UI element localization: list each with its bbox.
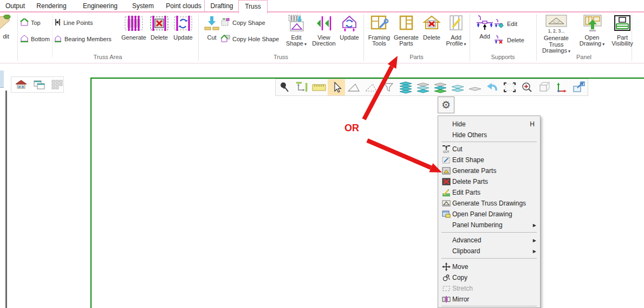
generate-parts-ribbon-label: Generate Parts	[392, 35, 421, 47]
part-visibility-button[interactable]: Part Visibility	[608, 15, 636, 47]
truss-update-label: Update	[340, 35, 359, 41]
framing-tools-button[interactable]: Framing Tools	[366, 15, 393, 47]
generate-parts-icon	[440, 166, 452, 175]
filter-icon[interactable]	[380, 79, 397, 95]
menu-item-move[interactable]: Move	[438, 261, 540, 272]
update-truss-icon	[341, 15, 358, 34]
truss-area-bottom-label: Bottom	[31, 36, 50, 42]
menu-item-cut[interactable]: CUT Cut	[438, 144, 540, 155]
side-panel-chip	[0, 70, 4, 88]
menu-item-clipboard[interactable]: Clipboard ▶	[438, 246, 540, 256]
truss-area-update-button[interactable]: Update	[171, 15, 195, 41]
or-annotation: OR	[344, 123, 359, 134]
zoom-window-icon[interactable]	[501, 79, 518, 95]
grid-view-icon[interactable]	[50, 76, 63, 93]
layer-single-icon[interactable]	[466, 79, 484, 95]
house-bottom-icon	[20, 35, 29, 43]
menu-item-generate-truss-drawings[interactable]: Generate Truss Drawings	[438, 198, 540, 209]
menu-item-mirror[interactable]: Mirror	[438, 294, 540, 305]
copy-shape-label: Copy Shape	[232, 20, 265, 26]
tab-drafting[interactable]: Drafting	[204, 0, 239, 12]
dashed-triangle-tool-icon[interactable]	[362, 79, 380, 95]
truss-area-bottom-button[interactable]: Bottom	[20, 34, 50, 44]
parts-delete-button[interactable]: Delete	[420, 15, 444, 41]
truss-area-top-label: Top	[31, 20, 41, 26]
generate-truss-drawings-button[interactable]: 1, 2, 3... Generate Truss Drawings▾	[539, 15, 573, 55]
menu-separator	[441, 142, 537, 142]
layers-all-icon[interactable]	[397, 79, 414, 95]
dropdown-arrow-icon: ▾	[602, 42, 604, 47]
support-edit-icon	[494, 19, 505, 29]
add-profile-button[interactable]: Add Profile▾	[443, 15, 470, 48]
tab-engineering[interactable]: Engineering	[80, 0, 120, 12]
open-drawing-button[interactable]: Open Drawing▾	[576, 15, 608, 48]
menu-item-hide[interactable]: Hide H	[438, 119, 540, 130]
line-points-label: Line Points	[63, 20, 93, 26]
group-label-truss: Truss	[198, 54, 363, 60]
parts-delete-label: Delete	[423, 35, 440, 41]
windows-view-icon[interactable]	[32, 76, 46, 93]
open-view-icon[interactable]	[570, 79, 588, 95]
menu-item-panel-numbering[interactable]: Panel Numbering ▶	[438, 220, 540, 230]
supports-edit-button[interactable]: Edit	[494, 19, 517, 29]
ruler-icon[interactable]	[310, 79, 328, 95]
menu-item-edit-parts[interactable]: Edit Parts	[438, 187, 540, 198]
view-direction-button[interactable]: View Direction	[309, 15, 339, 47]
layers-lower-icon[interactable]	[432, 79, 449, 95]
dimension-tool-icon[interactable]	[293, 79, 310, 95]
supports-add-button[interactable]: Add	[475, 15, 495, 40]
line-points-button[interactable]: Line Points	[54, 18, 93, 28]
menu-separator	[441, 232, 537, 233]
tab-rendering[interactable]: Rendering	[35, 0, 68, 12]
truss-area-top-button[interactable]: Top	[20, 18, 41, 28]
tab-output[interactable]: Output	[3, 0, 27, 12]
box-3d-icon[interactable]	[536, 79, 553, 95]
copy-shape-icon	[220, 18, 230, 28]
menu-item-hide-others[interactable]: Hide Others	[438, 130, 540, 140]
axes-icon[interactable]	[553, 79, 570, 95]
truss-area-delete-button[interactable]: Delete	[147, 15, 172, 41]
generate-truss-drawings-icon	[440, 199, 452, 208]
tab-system[interactable]: System	[130, 0, 156, 12]
copy-hole-shape-label: Copy Hole Shape	[232, 36, 279, 42]
menu-item-open-panel-drawing[interactable]: Open Panel Drawing	[438, 209, 540, 220]
layers-upper-icon[interactable]	[414, 79, 432, 95]
pin-icon[interactable]	[276, 79, 293, 95]
svg-text:CUT: CUT	[443, 150, 450, 153]
layers-pair-icon[interactable]	[449, 79, 466, 95]
mirror-icon	[440, 295, 452, 304]
home-view-icon[interactable]	[15, 76, 28, 93]
copy-hole-shape-button[interactable]: Copy Hole Shape	[220, 34, 279, 44]
menu-item-advanced[interactable]: Advanced ▶	[438, 235, 540, 246]
menu-item-delete-parts[interactable]: Delete Parts	[438, 176, 540, 187]
zoom-in-icon[interactable]	[518, 79, 536, 95]
edge-edit-button[interactable]: dit	[0, 15, 15, 40]
gear-button[interactable]: ⚙	[438, 97, 454, 113]
house-top-icon	[20, 18, 29, 27]
framing-tools-label: Framing Tools	[366, 35, 393, 47]
open-drawing-icon	[580, 15, 604, 34]
generate-parts-button[interactable]: Generate Parts	[392, 15, 421, 47]
group-label-parts: Parts	[363, 54, 470, 60]
undo-icon[interactable]	[484, 79, 501, 95]
tab-truss[interactable]: Truss	[238, 0, 268, 14]
bearing-members-button[interactable]: Bearing Members	[54, 34, 112, 44]
truss-area-generate-button[interactable]: Generate	[120, 15, 147, 41]
supports-delete-button[interactable]: Delete	[494, 35, 524, 45]
menu-item-generate-parts[interactable]: Generate Parts	[438, 165, 540, 176]
dropdown-arrow-icon: ▾	[464, 42, 466, 47]
menu-item-edit-shape[interactable]: Edit Shape	[438, 155, 540, 165]
triangle-tool-icon[interactable]	[345, 79, 362, 95]
tab-point-clouds[interactable]: Point clouds	[164, 0, 204, 12]
select-arrow-tool-icon[interactable]	[328, 79, 345, 95]
edit-shape-ribbon-label: Edit Shape▾	[282, 35, 311, 48]
truss-cut-button[interactable]: Cut	[201, 15, 223, 41]
group-label-panel: Panel	[536, 54, 632, 60]
menu-item-copy[interactable]: Copy	[438, 272, 540, 283]
truss-update-button[interactable]: Update	[337, 15, 362, 41]
copy-shape-button[interactable]: Copy Shape	[220, 18, 265, 28]
framing-tools-icon	[369, 15, 389, 34]
delete-parts-ribbon-icon	[422, 15, 441, 34]
edit-shape-button[interactable]: Edit Shape▾	[282, 15, 311, 48]
delete-stripes-icon	[149, 15, 169, 34]
